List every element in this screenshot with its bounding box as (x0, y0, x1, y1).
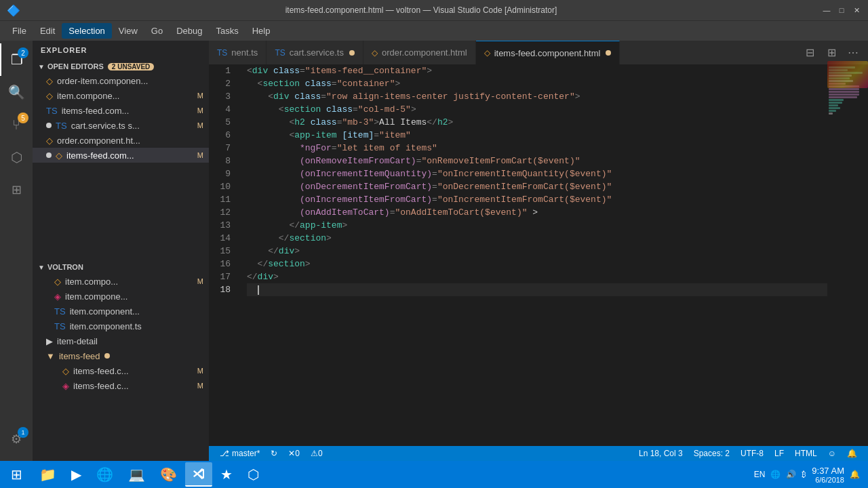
git-branch-status[interactable]: ⎇ master* (214, 446, 265, 461)
file-cart-service[interactable]: TS cart.service.ts s... M (33, 118, 209, 133)
menu-help[interactable]: Help (245, 23, 277, 39)
folder-item-detail[interactable]: ▶ item-detail (33, 333, 209, 348)
menu-edit[interactable]: Edit (33, 23, 62, 39)
code-editor[interactable]: 1 2 3 4 5 6 7 8 9 10 11 12 13 14 15 16 1… (209, 64, 868, 446)
start-button[interactable]: ⊞ (3, 461, 30, 488)
tab-nent-ts[interactable]: TS nent.ts (209, 41, 267, 64)
taskbar-browser[interactable]: 🌐 (90, 462, 120, 487)
filename: items-feed.com... (62, 106, 195, 116)
error-count: 0 (295, 449, 300, 458)
line-num-8: 8 (209, 155, 236, 167)
file-item-component[interactable]: ◇ item.compone... M (33, 88, 209, 103)
line-num-17: 17 (209, 270, 236, 283)
language-text: HTML (795, 449, 817, 458)
taskbar-file-explorer[interactable]: 📁 (33, 462, 63, 487)
minimize-btn[interactable]: — (822, 5, 831, 15)
line-num-1: 1 (209, 64, 236, 77)
feedback-icon[interactable]: ☺ (823, 446, 842, 461)
search-activity-icon[interactable]: 🔍 (0, 76, 33, 108)
code-line-8: (onRemoveItemFromCart)="onRemoveItemFrom… (247, 155, 827, 167)
voltron-file-4[interactable]: TS item.component.ts (33, 319, 209, 333)
voltron-file-2[interactable]: ◈ item.compone... (33, 289, 209, 304)
minimap-line (829, 88, 859, 90)
voltron-file-1[interactable]: ◇ item.compo... M (33, 274, 209, 289)
items-feed-scss-file[interactable]: ◈ items-feed.c... M (33, 378, 209, 393)
taskbar-notifications[interactable]: 🔔 (850, 470, 860, 479)
filename: items-feed.c... (73, 366, 195, 376)
sync-icon: ↻ (271, 449, 277, 458)
voltron-file-3[interactable]: TS item.component... (33, 304, 209, 319)
language-mode[interactable]: HTML (789, 446, 823, 461)
taskbar-bookmark[interactable]: ★ (214, 462, 239, 487)
code-line-13: </app-item> (247, 219, 827, 232)
code-line-3: <div class="row align-items-center justi… (247, 90, 827, 103)
warnings-status[interactable]: ⚠ 0 (305, 446, 328, 461)
line-num-16: 16 (209, 258, 236, 270)
code-line-16: </section> (247, 258, 827, 270)
file-items-feed-ts[interactable]: TS items-feed.com... M (33, 103, 209, 118)
taskbar-app2[interactable]: ⬡ (241, 462, 266, 487)
folder-items-feed[interactable]: ▼ items-feed (33, 348, 209, 363)
voltron-label: VOLTRON (47, 263, 83, 271)
notification-icon[interactable]: 🔔 (842, 446, 863, 461)
tab-cart-service[interactable]: TS cart.service.ts (267, 41, 363, 64)
settings-activity-icon[interactable]: ⚙ 1 (0, 423, 33, 455)
menu-selection[interactable]: Selection (62, 23, 111, 39)
menu-file[interactable]: File (5, 23, 33, 39)
taskbar-clock[interactable]: 9:37 AM 6/6/2018 (812, 466, 844, 484)
taskbar-bluetooth-icon: ₿ (802, 470, 806, 479)
html-icon: ◇ (62, 366, 69, 376)
file-order-item[interactable]: ◇ order-item.componen... (33, 73, 209, 88)
modified-badge: M (197, 367, 203, 375)
taskbar-paint[interactable]: 🎨 (153, 462, 184, 487)
cursor-position[interactable]: Ln 18, Col 3 (633, 446, 688, 461)
minimap-line (829, 107, 840, 109)
file-order-component[interactable]: ◇ order.component.ht... (33, 133, 209, 148)
line-ending[interactable]: LF (769, 446, 789, 461)
layout-btn[interactable]: ⊞ (822, 43, 841, 62)
debug-activity-icon[interactable]: ⬡ (0, 141, 33, 174)
menu-debug[interactable]: Debug (170, 23, 209, 39)
html-tab-icon: ◇ (372, 48, 378, 58)
folder-arrow-icon: ▼ (46, 351, 55, 361)
html-icon: ◇ (46, 91, 53, 101)
line-num-3: 3 (209, 90, 236, 103)
voltron-chevron: ▼ (38, 264, 45, 271)
menu-tasks[interactable]: Tasks (209, 23, 245, 39)
open-editors-header[interactable]: ▼ OPEN EDITORS 2 UNSAVED (33, 60, 209, 73)
tab-items-feed[interactable]: ◇ items-feed.component.html (476, 41, 620, 64)
errors-status[interactable]: ✕ 0 (283, 446, 305, 461)
unsaved-badge: 2 UNSAVED (108, 63, 155, 70)
more-actions-btn[interactable]: ⋯ (844, 43, 863, 62)
minimap-line (829, 94, 859, 96)
status-bar: ⎇ master* ↻ ✕ 0 ⚠ 0 Ln 18, Col 3 Spaces:… (209, 446, 868, 461)
ts-tab-icon: TS (275, 48, 285, 58)
open-editors-label: OPEN EDITORS (47, 62, 104, 70)
cursor (258, 285, 259, 295)
voltron-header[interactable]: ▼ VOLTRON (33, 260, 209, 274)
taskbar-terminal[interactable]: 💻 (121, 462, 152, 487)
modified-badge: M (197, 106, 203, 115)
sync-status[interactable]: ↻ (265, 446, 283, 461)
split-editor-btn[interactable]: ⊟ (800, 43, 819, 62)
encoding[interactable]: UTF-8 (735, 446, 769, 461)
taskbar: ⊞ 📁 ▶ 🌐 💻 🎨 ★ ⬡ EN 🌐 🔊 ₿ 9:37 AM 6/6/201… (0, 461, 868, 488)
open-editors-list: ◇ order-item.componen... ◇ item.compone.… (33, 73, 209, 260)
indentation[interactable]: Spaces: 2 (688, 446, 735, 461)
source-control-activity-icon[interactable]: ⑂ 5 (0, 108, 33, 141)
taskbar-vscode[interactable] (185, 462, 212, 487)
file-items-feed-html[interactable]: ◇ items-feed.com... M (33, 148, 209, 163)
code-line-14: </section> (247, 232, 827, 245)
menu-view[interactable]: View (112, 23, 144, 39)
tab-label: order.component.html (382, 47, 467, 58)
code-content[interactable]: <div class="items-feed__container"> <sec… (241, 64, 827, 446)
items-feed-html-file[interactable]: ◇ items-feed.c... M (33, 363, 209, 378)
tab-order-component[interactable]: ◇ order.component.html (363, 41, 476, 64)
taskbar-media[interactable]: ▶ (64, 462, 88, 487)
close-btn[interactable]: ✕ (852, 5, 861, 15)
code-line-11: (onIncrementItemFromCart)="onIncrementIt… (247, 193, 827, 206)
extensions-activity-icon[interactable]: ⊞ (0, 174, 33, 206)
menu-go[interactable]: Go (144, 23, 170, 39)
maximize-btn[interactable]: □ (837, 5, 846, 15)
explorer-activity-icon[interactable]: ❐ 2 (0, 43, 33, 76)
